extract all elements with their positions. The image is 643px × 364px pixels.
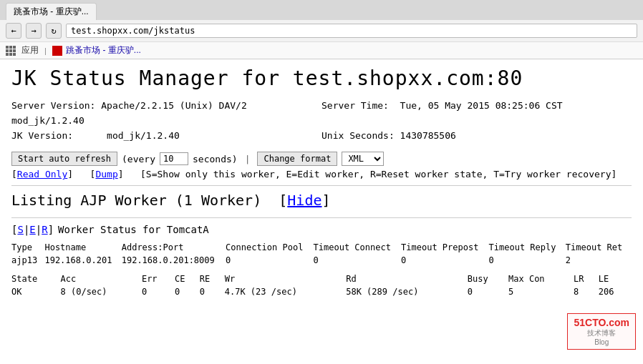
worker-table-1: Type Hostname Address:Port Connection Po…	[11, 241, 632, 267]
start-auto-refresh-button[interactable]: Start auto refresh	[11, 152, 117, 166]
col-busy: Busy	[468, 272, 508, 285]
cell-le: 206	[599, 285, 632, 298]
page-title: JK Status Manager for test.shopxx.com:80	[11, 67, 632, 90]
col-le: LE	[599, 272, 632, 285]
cell-timeout-connect: 0	[314, 254, 402, 267]
change-format-button[interactable]: Change format	[257, 152, 337, 166]
cell-conn-pool: 0	[226, 254, 314, 267]
cell-address-port: 192.168.0.201:8009	[122, 254, 226, 267]
unix-seconds-row: Unix Seconds: 1430785506	[322, 129, 632, 144]
col-timeout-reply: Timeout Reply	[489, 241, 566, 254]
cell-lr: 8	[574, 285, 599, 298]
browser-tab[interactable]: 跳蚤市场 - 重庆驴...	[6, 3, 97, 20]
cell-acc: 8 (0/sec)	[61, 285, 142, 298]
format-select[interactable]: XML JSON HTML	[342, 152, 384, 166]
listing-title: Listing AJP Worker (1 Worker) [Hide]	[11, 192, 632, 209]
server-time-label: Server Time:	[322, 100, 389, 111]
worker-table-2: State Acc Err CE RE Wr Rd Busy Max Con L…	[11, 272, 632, 298]
refresh-interval-input[interactable]	[160, 152, 188, 165]
cell-timeout-ret: 2	[566, 254, 632, 267]
edit-link[interactable]: E	[29, 224, 35, 235]
browser-chrome: 跳蚤市场 - 重庆驴... ← → ↻ 应用 | 跳蚤市场 - 重庆驴...	[0, 0, 643, 59]
col-re: RE	[200, 272, 225, 285]
browser-toolbar: ← → ↻	[0, 20, 643, 41]
every-label: (every	[122, 154, 155, 164]
col-type: Type	[11, 241, 44, 254]
show-link[interactable]: S	[17, 224, 23, 235]
links-row: [Read Only] [Dump] [S=Show only this wor…	[11, 169, 632, 179]
col-err: Err	[142, 272, 175, 285]
col-conn-pool: Connection Pool	[226, 241, 314, 254]
col-rd: Rd	[346, 272, 468, 285]
unix-seconds-value: 1430785506	[400, 130, 456, 141]
cell-rd: 58K (289 /sec)	[346, 285, 468, 298]
worker-table-1-row: ajp13 192.168.0.201 192.168.0.201:8009 0…	[11, 254, 632, 267]
toolbar-row: Start auto refresh (every seconds) | Cha…	[11, 152, 632, 166]
help-text: [S=Show only this worker, E=Edit worker,…	[140, 169, 617, 179]
cell-timeout-reply: 0	[489, 254, 566, 267]
cell-wr: 4.7K (23 /sec)	[225, 285, 347, 298]
worker-table-2-header: State Acc Err CE RE Wr Rd Busy Max Con L…	[11, 272, 632, 285]
unix-seconds-label: Unix Seconds:	[322, 130, 395, 141]
tab-label: 跳蚤市场 - 重庆驴...	[14, 6, 89, 16]
bookmark-item-1[interactable]: 跳蚤市场 - 重庆驴...	[52, 44, 141, 56]
cell-type: ajp13	[11, 254, 44, 267]
page-content: JK Status Manager for test.shopxx.com:80…	[0, 59, 643, 305]
cell-err: 0	[142, 285, 175, 298]
cell-hostname: 192.168.0.201	[44, 254, 121, 267]
jk-version-value: mod_jk/1.2.40	[107, 130, 180, 141]
forward-button[interactable]: →	[26, 23, 42, 39]
col-hostname: Hostname	[44, 241, 121, 254]
server-info-grid: Server Version: Apache/2.2.15 (Unix) DAV…	[11, 99, 632, 143]
dump-link[interactable]: Dump	[95, 169, 117, 179]
bookmarks-label: 应用	[21, 44, 39, 56]
section-divider-1	[11, 185, 632, 186]
separator: |	[245, 154, 251, 164]
hide-link[interactable]: Hide	[287, 192, 322, 209]
address-bar[interactable]	[66, 24, 637, 38]
cell-max-con: 5	[508, 285, 574, 298]
jk-version-row: JK Version: mod_jk/1.2.40	[11, 129, 322, 144]
worker-ser-links: [S|E|R]	[11, 224, 54, 235]
worker-table-2-row: OK 8 (0/sec) 0 0 0 4.7K (23 /sec) 58K (2…	[11, 285, 632, 298]
col-ce: CE	[175, 272, 200, 285]
jk-version-label: JK Version:	[11, 130, 73, 141]
col-address-port: Address:Port	[122, 241, 226, 254]
server-version-row: Server Version: Apache/2.2.15 (Unix) DAV…	[11, 99, 322, 129]
server-info: Server Version: Apache/2.2.15 (Unix) DAV…	[11, 99, 632, 143]
col-lr: LR	[574, 272, 599, 285]
col-timeout-connect: Timeout Connect	[314, 241, 402, 254]
cell-busy: 0	[468, 285, 508, 298]
server-time-row: Server Time: Tue, 05 May 2015 08:25:06 C…	[322, 99, 632, 129]
read-only-link[interactable]: Read Only	[17, 169, 67, 179]
worker-table-1-header: Type Hostname Address:Port Connection Po…	[11, 241, 632, 254]
cell-state: OK	[11, 285, 61, 298]
col-max-con: Max Con	[508, 272, 574, 285]
col-wr: Wr	[225, 272, 347, 285]
browser-tabs: 跳蚤市场 - 重庆驴...	[0, 0, 643, 20]
worker-status-title: Worker Status for TomcatA	[58, 224, 209, 235]
back-button[interactable]: ←	[6, 23, 21, 39]
col-state: State	[11, 272, 61, 285]
col-timeout-prepost: Timeout Prepost	[401, 241, 489, 254]
server-version-label: Server Version:	[11, 100, 95, 111]
worker-header: [S|E|R] Worker Status for TomcatA	[11, 224, 632, 235]
col-acc: Acc	[61, 272, 142, 285]
refresh-button[interactable]: ↻	[46, 23, 62, 39]
col-timeout-ret: Timeout Ret	[566, 241, 632, 254]
cell-timeout-prepost: 0	[401, 254, 489, 267]
cell-re: 0	[200, 285, 225, 298]
apps-grid-icon[interactable]	[6, 46, 16, 56]
section-divider-2	[11, 217, 632, 218]
server-time-value: Tue, 05 May 2015 08:25:06 CST	[400, 100, 563, 111]
cell-ce: 0	[175, 285, 200, 298]
seconds-label: seconds)	[193, 154, 238, 164]
bookmarks-bar: 应用 | 跳蚤市场 - 重庆驴...	[0, 41, 643, 59]
reset-link[interactable]: R	[42, 224, 47, 235]
